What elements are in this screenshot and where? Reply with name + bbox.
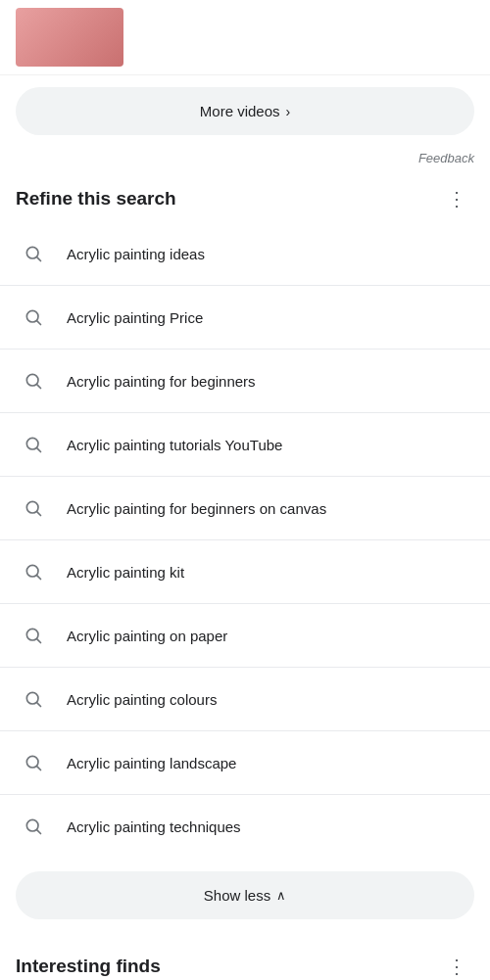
list-item[interactable]: Acrylic painting kit: [0, 540, 490, 604]
search-icon: [16, 745, 51, 780]
refine-search-list: Acrylic painting ideas Acrylic painting …: [0, 222, 490, 858]
search-icon: [16, 618, 51, 653]
list-item[interactable]: Acrylic painting ideas: [0, 222, 490, 286]
search-item-text: Acrylic painting colours: [67, 691, 217, 708]
svg-line-7: [37, 448, 41, 452]
search-item-text: Acrylic painting on paper: [67, 628, 227, 644]
svg-line-5: [37, 385, 41, 389]
svg-line-3: [37, 321, 41, 325]
search-item-text: Acrylic painting tutorials YouTube: [67, 437, 282, 453]
refine-search-header: Refine this search ⋮: [0, 173, 490, 222]
list-item[interactable]: Acrylic painting techniques: [0, 795, 490, 858]
svg-point-12: [26, 629, 38, 640]
three-dots-icon: ⋮: [447, 187, 466, 210]
svg-point-10: [26, 565, 38, 577]
interesting-finds-title: Interesting finds: [16, 956, 161, 977]
search-item-text: Acrylic painting landscape: [67, 755, 236, 771]
search-icon: [16, 490, 51, 526]
list-item[interactable]: Acrylic painting for beginners on canvas: [0, 477, 490, 540]
video-thumbnail: [16, 8, 123, 67]
svg-point-2: [26, 310, 38, 322]
svg-point-14: [26, 692, 38, 704]
chevron-up-icon: ∧: [276, 888, 286, 903]
svg-point-4: [26, 374, 38, 386]
search-item-text: Acrylic painting ideas: [67, 246, 205, 262]
svg-point-16: [26, 756, 38, 768]
thumbnail-bar: [0, 0, 490, 75]
search-item-text: Acrylic painting for beginners on canvas: [67, 500, 326, 517]
feedback-row: Feedback: [0, 147, 490, 173]
search-icon: [16, 427, 51, 462]
list-item[interactable]: Acrylic painting for beginners: [0, 350, 490, 413]
list-item[interactable]: Acrylic painting colours: [0, 668, 490, 731]
show-less-button[interactable]: Show less ∧: [16, 871, 474, 919]
interesting-finds-menu-button[interactable]: ⋮: [439, 951, 474, 980]
refine-search-menu-button[interactable]: ⋮: [439, 183, 474, 214]
svg-line-1: [37, 257, 41, 261]
search-item-text: Acrylic painting for beginners: [67, 373, 256, 390]
svg-line-15: [37, 703, 41, 707]
search-icon: [16, 363, 51, 398]
search-item-text: Acrylic painting Price: [67, 309, 203, 326]
feedback-link[interactable]: Feedback: [418, 151, 474, 165]
three-dots-icon: ⋮: [447, 955, 466, 978]
interesting-finds-section: Interesting finds ⋮ Realistic Acrylic Pa…: [0, 933, 490, 980]
search-item-text: Acrylic painting techniques: [67, 818, 241, 835]
more-videos-chevron: ›: [286, 104, 291, 119]
svg-point-8: [26, 501, 38, 513]
list-item[interactable]: Acrylic painting on paper: [0, 604, 490, 668]
svg-line-19: [37, 830, 41, 834]
search-icon: [16, 554, 51, 589]
search-icon: [16, 809, 51, 844]
list-item[interactable]: Acrylic painting tutorials YouTube: [0, 413, 490, 477]
more-videos-button[interactable]: More videos ›: [16, 87, 474, 135]
interesting-finds-header: Interesting finds ⋮: [0, 941, 490, 980]
svg-point-6: [26, 438, 38, 449]
list-item[interactable]: Acrylic painting Price: [0, 286, 490, 350]
svg-line-9: [37, 512, 41, 516]
more-videos-label: More videos: [200, 103, 280, 119]
search-icon: [16, 236, 51, 271]
refine-search-title: Refine this search: [16, 188, 176, 210]
search-icon: [16, 681, 51, 717]
list-item[interactable]: Acrylic painting landscape: [0, 731, 490, 795]
search-icon: [16, 300, 51, 335]
svg-line-17: [37, 767, 41, 770]
svg-line-11: [37, 576, 41, 580]
svg-line-13: [37, 639, 41, 643]
svg-point-0: [26, 247, 38, 258]
show-less-label: Show less: [204, 887, 270, 904]
svg-point-18: [26, 819, 38, 831]
search-item-text: Acrylic painting kit: [67, 564, 184, 581]
